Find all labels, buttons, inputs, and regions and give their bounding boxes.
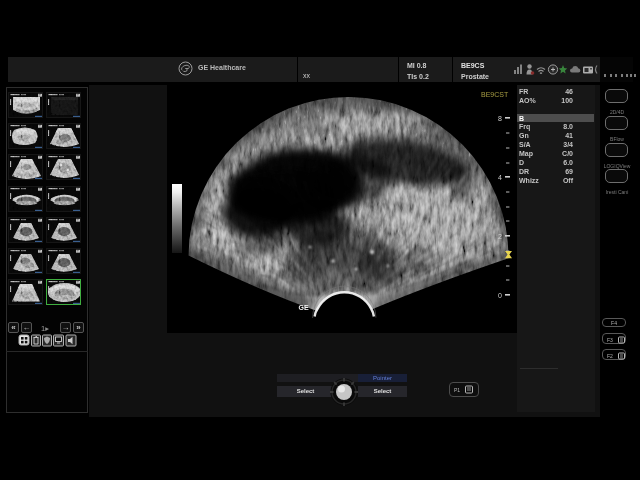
svg-text:8: 8 xyxy=(498,115,502,122)
svg-text:4: 4 xyxy=(498,174,502,181)
svg-text:2: 2 xyxy=(498,233,502,240)
svg-text:0: 0 xyxy=(498,292,502,299)
svg-text:GE: GE xyxy=(299,304,309,311)
svg-text:BE9CST: BE9CST xyxy=(481,91,509,98)
